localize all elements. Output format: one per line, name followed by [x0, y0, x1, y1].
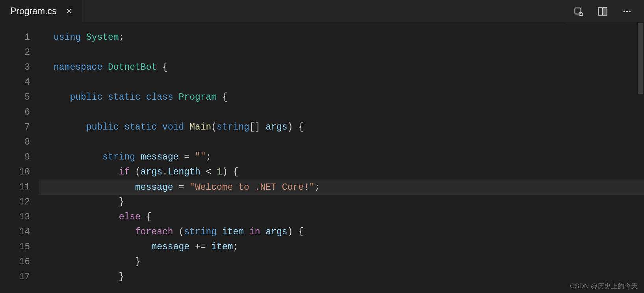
- token-keyword_blue: string: [217, 122, 249, 132]
- token-type: DotnetBot: [108, 62, 157, 72]
- split-editor-icon[interactable]: [598, 6, 608, 17]
- token-variable: args: [141, 167, 162, 177]
- code-area[interactable]: using System;namespace DotnetBot { publi…: [39, 23, 644, 293]
- code-line[interactable]: public static class Program {: [39, 90, 644, 105]
- token-variable: args: [265, 227, 287, 237]
- token-punct: {: [217, 92, 228, 102]
- token-string: "": [195, 152, 206, 162]
- token-punct: [102, 92, 108, 102]
- close-icon[interactable]: ✕: [65, 6, 72, 17]
- token-punct: ) {: [288, 227, 304, 237]
- more-actions-icon[interactable]: [622, 6, 632, 17]
- svg-point-6: [623, 10, 625, 12]
- token-variable: message: [151, 242, 189, 252]
- line-number: 9: [0, 150, 30, 165]
- line-number: 7: [0, 120, 30, 135]
- token-punct: [141, 92, 146, 102]
- token-keyword_purple: foreach: [135, 227, 173, 237]
- tab-program-cs[interactable]: Program.cs ✕: [0, 0, 82, 22]
- token-keyword_purple: else: [119, 212, 141, 222]
- code-line[interactable]: [39, 75, 644, 90]
- code-line[interactable]: public static void Main(string[] args) {: [39, 120, 644, 135]
- code-line[interactable]: }: [39, 269, 644, 284]
- code-line[interactable]: else {: [39, 210, 644, 224]
- token-punct: [157, 122, 162, 132]
- code-line[interactable]: }: [39, 254, 644, 269]
- token-punct: ) {: [222, 167, 238, 177]
- token-method: Main: [189, 122, 211, 132]
- token-punct: []: [249, 122, 265, 132]
- token-type: Program: [179, 92, 217, 102]
- line-number: 5: [0, 90, 30, 105]
- line-number: 2: [0, 45, 30, 60]
- code-line[interactable]: [39, 45, 644, 60]
- svg-rect-5: [603, 8, 607, 15]
- editor: 1234567891011121314151617 using System;n…: [0, 23, 644, 293]
- tab-filename: Program.cs: [10, 6, 57, 17]
- editor-actions: [566, 0, 644, 22]
- token-variable: Length: [168, 167, 200, 177]
- code-line[interactable]: foreach (string item in args) {: [39, 224, 644, 239]
- token-punct: ) {: [288, 122, 304, 132]
- token-keyword_purple: if: [119, 167, 130, 177]
- line-number: 17: [0, 269, 30, 284]
- code-line[interactable]: using System;: [39, 30, 644, 45]
- vertical-scrollbar[interactable]: [637, 23, 644, 293]
- token-punct: (: [130, 167, 141, 177]
- line-number: 14: [0, 224, 30, 239]
- svg-point-8: [629, 10, 631, 12]
- token-punct: ;: [206, 152, 212, 162]
- line-number: 15: [0, 239, 30, 254]
- tab-bar: Program.cs ✕: [0, 0, 644, 23]
- token-punct: }: [135, 257, 141, 267]
- line-number: 8: [0, 135, 30, 150]
- line-number: 10: [0, 165, 30, 180]
- scrollbar-thumb[interactable]: [638, 23, 643, 94]
- token-punct: ;: [315, 182, 320, 193]
- svg-rect-0: [575, 8, 581, 14]
- token-keyword_blue: string: [102, 152, 135, 162]
- token-punct: [102, 62, 108, 72]
- token-punct: }: [119, 272, 124, 282]
- token-keyword_blue: namespace: [54, 62, 102, 72]
- line-number: 6: [0, 105, 30, 120]
- token-keyword_purple: in: [249, 227, 260, 237]
- token-keyword_blue: public: [70, 92, 102, 102]
- token-punct: [217, 227, 222, 237]
- token-punct: (: [211, 122, 217, 132]
- code-line[interactable]: namespace DotnetBot {: [39, 60, 644, 75]
- code-line[interactable]: }: [39, 195, 644, 210]
- token-punct: [260, 227, 266, 237]
- line-number: 16: [0, 254, 30, 269]
- compare-changes-icon[interactable]: [573, 6, 583, 17]
- token-punct: {: [141, 212, 152, 222]
- line-number: 3: [0, 60, 30, 75]
- token-variable: args: [265, 122, 287, 132]
- token-punct: [173, 92, 179, 102]
- token-punct: +=: [189, 242, 211, 252]
- code-line[interactable]: string message = "";: [39, 150, 644, 165]
- code-line[interactable]: message += item;: [39, 239, 644, 254]
- token-punct: ;: [119, 32, 124, 43]
- token-punct: {: [157, 62, 168, 72]
- token-punct: .: [162, 167, 168, 177]
- token-variable: message: [141, 152, 179, 162]
- token-punct: [119, 122, 124, 132]
- token-punct: =: [173, 182, 189, 193]
- token-punct: [135, 152, 141, 162]
- code-line[interactable]: [39, 135, 644, 150]
- token-punct: [81, 32, 86, 43]
- code-line[interactable]: if (args.Length < 1) {: [39, 165, 644, 180]
- token-keyword_blue: void: [162, 122, 184, 132]
- code-line[interactable]: message = "Welcome to .NET Core!";: [39, 180, 644, 195]
- token-punct: =: [179, 152, 195, 162]
- token-variable: message: [135, 182, 173, 193]
- token-keyword_blue: static: [124, 122, 157, 132]
- token-keyword_blue: class: [146, 92, 173, 102]
- token-variable: item: [211, 242, 233, 252]
- svg-point-7: [626, 10, 628, 12]
- token-keyword_blue: using: [54, 32, 81, 43]
- code-line[interactable]: [39, 105, 644, 120]
- token-keyword_blue: public: [86, 122, 119, 132]
- token-type: System: [86, 32, 119, 43]
